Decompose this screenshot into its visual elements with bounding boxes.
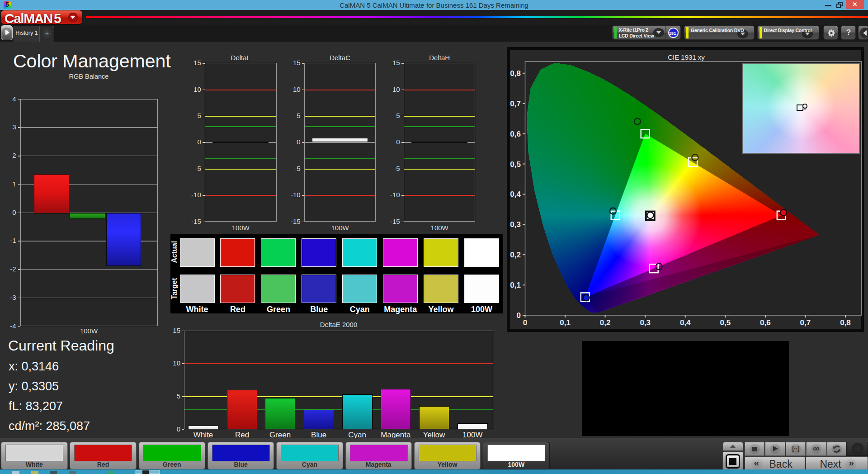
svg-text:0: 0 (523, 318, 527, 327)
svg-text:0,2: 0,2 (510, 251, 521, 259)
svg-text:0,2: 0,2 (600, 318, 611, 327)
svg-text:0,5: 0,5 (510, 160, 521, 169)
svg-text:0,1: 0,1 (560, 318, 571, 327)
svg-text:0,3: 0,3 (640, 318, 651, 327)
svg-text:0,4: 0,4 (680, 318, 691, 327)
svg-text:0,5: 0,5 (720, 318, 731, 327)
svg-text:0,7: 0,7 (510, 100, 521, 108)
svg-text:0,3: 0,3 (510, 220, 521, 229)
svg-text:0,4: 0,4 (510, 190, 521, 199)
svg-text:0,1: 0,1 (510, 281, 521, 289)
svg-text:CIE 1931 xy: CIE 1931 xy (668, 53, 705, 61)
svg-text:0,8: 0,8 (510, 69, 521, 78)
svg-text:0: 0 (517, 311, 521, 320)
svg-text:0,7: 0,7 (800, 318, 811, 327)
svg-text:0,6: 0,6 (760, 318, 771, 327)
svg-text:0,8: 0,8 (840, 318, 851, 327)
svg-text:0,6: 0,6 (510, 130, 521, 138)
